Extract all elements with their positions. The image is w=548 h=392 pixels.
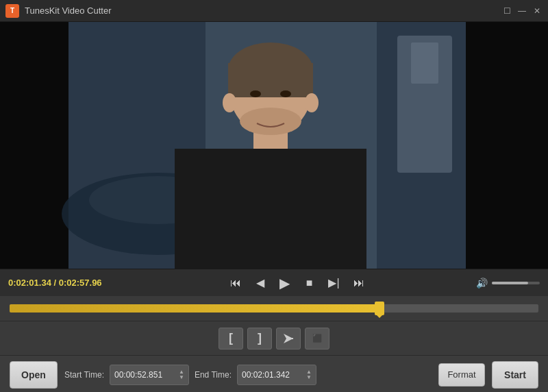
svg-point-16 <box>250 90 261 97</box>
start-button[interactable]: Start <box>492 361 538 389</box>
timeline-area[interactable] <box>0 296 548 321</box>
end-time-input-wrap[interactable]: ▲ ▼ <box>237 365 316 385</box>
time-display: 0:02:01.34 / 0:02:57.96 <box>8 278 118 288</box>
app-logo: T <box>5 4 19 18</box>
open-button[interactable]: Open <box>10 361 58 389</box>
format-button[interactable]: Format <box>438 363 485 387</box>
start-time-input[interactable] <box>114 370 176 380</box>
app-title: TunesKit Video Cutter <box>25 5 501 16</box>
window-controls: ☐ — ✕ <box>501 5 543 16</box>
start-time-down[interactable]: ▼ <box>179 375 184 380</box>
start-time-spinner: ▲ ▼ <box>179 369 184 380</box>
mark-out-button[interactable]: ] <box>247 328 272 350</box>
close-button[interactable]: ✕ <box>532 5 543 16</box>
svg-rect-2 <box>466 22 548 269</box>
frame-forward-button[interactable]: ▶| <box>325 273 344 293</box>
svg-point-17 <box>280 90 291 97</box>
step-back-button[interactable]: ⏮ <box>226 273 245 293</box>
title-bar: T TunesKit Video Cutter ☐ — ✕ <box>0 0 548 22</box>
frame-back-button[interactable]: ◀ <box>251 273 270 293</box>
svg-rect-7 <box>411 42 438 84</box>
volume-icon: 🔊 <box>476 278 488 289</box>
snapshot-button[interactable]: ⬛ <box>305 328 329 350</box>
time-fields: Start Time: ▲ ▼ End Time: ▲ ▼ <box>64 365 432 385</box>
volume-fill <box>492 282 528 284</box>
svg-point-20 <box>305 93 319 112</box>
mark-in-button[interactable]: [ <box>219 328 243 350</box>
timeline-track[interactable] <box>10 304 538 313</box>
stop-button[interactable]: ■ <box>300 273 319 293</box>
start-time-input-wrap[interactable]: ▲ ▼ <box>110 365 189 385</box>
end-time-down[interactable]: ▼ <box>306 375 312 380</box>
edit-controls: [ ] ⬛ <box>0 321 548 355</box>
end-time-label: End Time: <box>195 370 232 380</box>
controls-bar: 0:02:01.34 / 0:02:57.96 ⏮ ◀ ▶ ■ ▶| ⏭ 🔊 <box>0 269 548 296</box>
video-area <box>0 22 548 269</box>
svg-rect-12 <box>228 63 313 97</box>
minimize-button[interactable]: — <box>516 5 527 16</box>
cut-button[interactable] <box>276 328 301 350</box>
bottom-controls: Open Start Time: ▲ ▼ End Time: ▲ ▼ Forma… <box>0 355 548 392</box>
svg-rect-22 <box>287 338 293 339</box>
playback-buttons: ⏮ ◀ ▶ ■ ▶| ⏭ <box>118 273 476 293</box>
play-button[interactable]: ▶ <box>275 273 295 293</box>
svg-rect-15 <box>175 149 366 269</box>
volume-slider[interactable] <box>492 282 540 284</box>
svg-rect-1 <box>0 22 68 269</box>
volume-area: 🔊 <box>476 278 540 289</box>
svg-point-18 <box>240 108 301 135</box>
svg-point-19 <box>223 93 236 112</box>
end-time-spinner: ▲ ▼ <box>306 369 312 380</box>
end-time-input[interactable] <box>242 370 303 380</box>
step-forward-button[interactable]: ⏭ <box>349 273 369 293</box>
maximize-button[interactable]: ☐ <box>501 5 512 16</box>
timeline-fill <box>10 304 379 313</box>
timeline-thumb[interactable] <box>375 302 384 315</box>
start-time-label: Start Time: <box>64 370 104 380</box>
